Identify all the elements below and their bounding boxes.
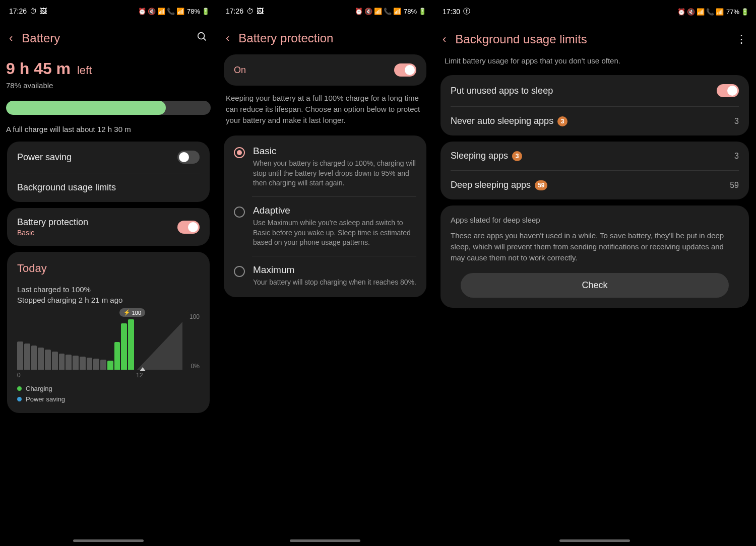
mute-icon: 🔇 — [364, 8, 372, 15]
chart-bar — [80, 357, 86, 370]
battery-protection-screen: 17:26 ⏱ 🖼 ⏰ 🔇 📶 📞 📶 78% 🔋 ‹ Battery prot… — [217, 0, 433, 546]
info-title: Apps slated for deep sleep — [451, 216, 739, 224]
more-icon[interactable]: ⋮ — [736, 33, 747, 46]
on-row[interactable]: On — [224, 54, 426, 86]
radio-basic[interactable] — [234, 147, 245, 158]
remaining-hours: 9 h 45 m — [6, 59, 71, 78]
put-sleep-toggle[interactable] — [717, 84, 739, 97]
facebook-icon: ⓕ — [463, 7, 470, 16]
legend-charging: Charging — [26, 385, 52, 392]
nav-bar[interactable] — [290, 539, 360, 542]
never-auto-badge: 3 — [557, 116, 568, 126]
option-adaptive-desc: Use Maximum while you're asleep and swit… — [253, 218, 416, 248]
option-maximum-desc: Your battery will stop charging when it … — [253, 278, 416, 288]
legend-dot-powersaving — [17, 397, 22, 401]
today-info: Last charged to 100% Stopped charging 2 … — [17, 284, 200, 305]
sleeping-label: Sleeping apps — [451, 151, 508, 161]
never-auto-label: Never auto sleeping apps — [451, 116, 553, 126]
call-icon: 📞 — [167, 8, 175, 15]
search-icon[interactable] — [197, 31, 208, 45]
wifi-icon: 📶 — [697, 8, 705, 16]
chart-bar — [100, 360, 106, 370]
alarm-icon: ⏱ — [30, 7, 37, 15]
chart-bar — [31, 346, 37, 370]
bg-limits-label: Background usage limits — [17, 182, 116, 193]
back-icon[interactable]: ‹ — [9, 32, 13, 45]
protection-description: Keeping your battery at a full 100% char… — [217, 90, 433, 135]
chart-legend: Charging Power saving — [17, 385, 200, 403]
page-title: Battery — [22, 31, 187, 45]
status-time: 17:30 — [443, 8, 460, 16]
chart-badge: ⚡100 — [119, 308, 145, 317]
radio-adaptive[interactable] — [234, 207, 245, 218]
call-icon: 📞 — [384, 8, 392, 15]
deep-sleeping-row[interactable]: Deep sleeping apps 59 59 — [440, 171, 749, 199]
stopped-charging: Stopped charging 2 h 21 m ago — [17, 295, 200, 305]
status-battery-pct: 77% — [726, 8, 739, 16]
power-saving-row[interactable]: Power saving — [7, 142, 210, 173]
today-card[interactable]: Today Last charged to 100% Stopped charg… — [7, 252, 210, 413]
remaining-left: left — [77, 64, 92, 77]
chart-bar — [66, 355, 72, 370]
option-adaptive-title: Adaptive — [253, 205, 416, 216]
today-title: Today — [17, 262, 200, 275]
mute-icon: 🔇 — [687, 8, 695, 16]
back-icon[interactable]: ‹ — [226, 32, 229, 45]
sleeping-row[interactable]: Sleeping apps 3 3 — [440, 142, 749, 170]
option-basic[interactable]: Basic When your battery is charged to 10… — [224, 138, 426, 196]
deep-sleeping-label: Deep sleeping apps — [451, 180, 531, 190]
put-sleep-label: Put unused apps to sleep — [451, 86, 553, 96]
status-battery-pct: 78% — [187, 8, 200, 15]
gallery-icon: 🖼 — [257, 7, 264, 15]
nav-bar[interactable] — [73, 539, 144, 542]
back-icon[interactable]: ‹ — [443, 33, 446, 46]
on-toggle[interactable] — [394, 63, 416, 77]
settings-card: Power saving Background usage limits — [7, 142, 210, 202]
status-bar: 17:30 ⓕ ⏰ 🔇 📶 📞 📶 77% 🔋 — [433, 0, 756, 20]
status-battery-pct: 78% — [404, 8, 417, 15]
never-auto-count: 3 — [734, 117, 739, 126]
option-adaptive[interactable]: Adaptive Use Maximum while you're asleep… — [224, 197, 426, 256]
power-saving-toggle[interactable] — [177, 151, 200, 164]
bg-limits-screen: 17:30 ⓕ ⏰ 🔇 📶 📞 📶 77% 🔋 ‹ Background usa… — [433, 0, 756, 546]
on-card: On — [224, 54, 426, 86]
y-bottom: 0% — [184, 363, 200, 370]
bg-limits-row[interactable]: Background usage limits — [7, 173, 210, 202]
battery-icon: 🔋 — [202, 8, 210, 15]
alarm-icon: ⏰ — [355, 8, 363, 15]
option-basic-desc: When your battery is charged to 100%, ch… — [253, 159, 416, 188]
page-title: Battery protection — [238, 31, 424, 45]
mute-icon: 🔇 — [148, 8, 156, 15]
chart-bar — [128, 319, 134, 370]
deep-sleep-info-card: Apps slated for deep sleep These are app… — [440, 206, 749, 308]
put-sleep-row[interactable]: Put unused apps to sleep — [440, 75, 749, 106]
radio-maximum[interactable] — [234, 266, 245, 277]
check-button[interactable]: Check — [461, 273, 729, 298]
status-time: 17:26 — [9, 7, 27, 15]
chart-bar — [45, 350, 51, 370]
battery-protection-toggle[interactable] — [177, 221, 200, 234]
chart-bar — [24, 344, 30, 370]
battery-protection-sub: Basic — [17, 229, 88, 237]
battery-progress — [6, 101, 211, 115]
chart-bar — [114, 342, 120, 370]
chart-bar — [17, 342, 23, 370]
chart-bar — [73, 356, 79, 370]
legend-dot-charging — [17, 386, 22, 391]
full-charge-text: A full charge will last about 12 h 30 m — [0, 120, 217, 142]
y-top: 100 — [184, 313, 200, 320]
never-auto-row[interactable]: Never auto sleeping apps 3 3 — [440, 107, 749, 135]
nav-bar[interactable] — [559, 539, 630, 542]
signal-icon: 📶 — [716, 8, 724, 16]
wifi-icon: 📶 — [374, 8, 382, 15]
sleeping-card: Sleeping apps 3 3 Deep sleeping apps 59 … — [440, 142, 749, 199]
chart-bar — [87, 358, 93, 370]
header: ‹ Background usage limits ⋮ — [433, 20, 756, 55]
status-bar: 17:26 ⏱ 🖼 ⏰ 🔇 📶 📞 📶 78% 🔋 — [0, 0, 217, 19]
page-title: Background usage limits — [455, 32, 727, 46]
battery-protection-row[interactable]: Battery protection Basic — [7, 208, 210, 246]
svg-line-1 — [204, 38, 206, 41]
x-left: 0 — [17, 372, 21, 379]
option-maximum[interactable]: Maximum Your battery will stop charging … — [224, 256, 426, 296]
call-icon: 📞 — [706, 8, 714, 16]
